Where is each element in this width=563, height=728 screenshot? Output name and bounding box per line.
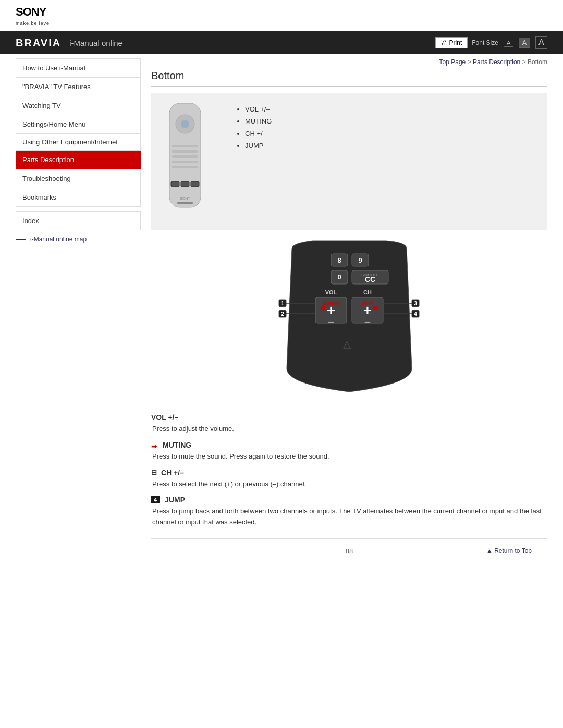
sidebar-item-parts-desc[interactable]: Parts Description <box>16 151 141 169</box>
main-layout: How to Use i-Manual "BRAVIA" TV Features… <box>0 58 563 563</box>
svg-text:CC: CC <box>365 275 375 283</box>
svg-text:1: 1 <box>281 301 284 306</box>
sidebar-item-troubleshooting[interactable]: Troubleshooting <box>16 169 141 188</box>
sidebar-item-bookmarks[interactable]: Bookmarks <box>16 188 141 207</box>
svg-text:−: − <box>364 315 371 328</box>
breadcrumb-top-page[interactable]: Top Page <box>439 58 466 66</box>
font-size-large-button[interactable]: A <box>535 36 547 49</box>
svg-text:2: 2 <box>281 311 284 317</box>
desc-jump-title: 4 JUMP <box>151 496 547 504</box>
svg-rect-8 <box>171 181 179 187</box>
desc-ch-text: Press to select the next (+) or previous… <box>152 479 547 490</box>
jump-badge: 4 <box>151 496 160 503</box>
nav-right: 🖨 Print Font Size A A A <box>435 36 547 49</box>
svg-text:3: 3 <box>414 301 417 306</box>
print-icon: 🖨 <box>441 39 447 46</box>
sidebar: How to Use i-Manual "BRAVIA" TV Features… <box>16 58 141 563</box>
svg-rect-10 <box>191 181 199 187</box>
svg-point-2 <box>181 120 189 128</box>
remote-svg: SONY <box>162 103 209 218</box>
ch-icon: ⊟ <box>151 468 157 476</box>
desc-ch: ⊟ CH +/– Press to select the next (+) or… <box>151 468 547 490</box>
bullet-jump: JUMP <box>245 140 272 152</box>
svg-point-33 <box>373 306 377 310</box>
bullet-list: VOL +/– MUTING CH +/– JUMP <box>245 103 272 152</box>
bravia-logo: BRAVIA <box>16 37 61 49</box>
sidebar-item-how-to-use[interactable]: How to Use i-Manual <box>16 58 141 78</box>
font-size-small-button[interactable]: A <box>504 39 513 47</box>
keypad-diagram: 8 9 SUBTITLE CC 0 VOL CH MUTING + − <box>250 238 448 405</box>
bullet-ch: CH +/– <box>245 128 272 140</box>
desc-muting: MUTING Press to mute the sound. Press ag… <box>151 441 547 462</box>
online-map-label: i-Manual online map <box>30 236 87 243</box>
desc-jump: 4 JUMP Press to jump back and forth betw… <box>151 496 547 528</box>
svg-point-32 <box>321 306 325 310</box>
breadcrumb-parts-description[interactable]: Parts Description <box>473 58 520 66</box>
sidebar-item-index[interactable]: Index <box>16 211 141 230</box>
font-size-medium-button[interactable]: A <box>519 38 530 48</box>
sidebar-item-using-other[interactable]: Using Other Equipment/Internet <box>16 134 141 151</box>
sidebar-item-settings[interactable]: Settings/Home Menu <box>16 115 141 134</box>
desc-jump-text: Press to jump back and forth between two… <box>152 506 547 528</box>
desc-vol: VOL +/– Press to adjust the volume. <box>151 413 547 435</box>
diagram-area: 8 9 SUBTITLE CC 0 VOL CH MUTING + − <box>151 238 547 405</box>
header: SONY make.believe <box>0 0 563 31</box>
svg-rect-6 <box>172 161 198 163</box>
jump-label: JUMP <box>165 496 185 504</box>
page-title: Bottom <box>151 70 547 87</box>
return-to-top-link[interactable]: ▲ Return to Top <box>486 547 532 554</box>
remote-info-container: SONY VOL +/– MUTING CH +/– JUMP <box>151 93 547 230</box>
svg-text:8: 8 <box>337 256 341 264</box>
vol-label: VOL +/– <box>151 413 178 422</box>
svg-text:4: 4 <box>414 311 417 317</box>
muting-label: MUTING <box>163 441 191 449</box>
svg-text:△: △ <box>343 338 351 350</box>
svg-text:SONY: SONY <box>180 196 190 200</box>
desc-vol-title: VOL +/– <box>151 413 547 422</box>
desc-muting-text: Press to mute the sound. Press again to … <box>152 451 547 462</box>
desc-ch-title: ⊟ CH +/– <box>151 468 547 477</box>
svg-text:CH: CH <box>363 289 372 295</box>
breadcrumb-current: Bottom <box>528 58 547 66</box>
svg-rect-7 <box>172 166 198 168</box>
svg-text:−: − <box>328 315 335 328</box>
ch-label: CH +/– <box>161 468 184 477</box>
font-size-label: Font Size <box>472 39 498 46</box>
svg-rect-3 <box>172 145 198 147</box>
desc-muting-title: MUTING <box>151 441 547 449</box>
muting-arrow-icon <box>151 442 160 448</box>
return-to-top-label: Return to Top <box>494 547 532 554</box>
sony-tagline: make.believe <box>16 21 50 26</box>
nav-bar: BRAVIA i-Manual online 🖨 Print Font Size… <box>0 31 563 54</box>
desc-vol-text: Press to adjust the volume. <box>152 424 547 435</box>
sidebar-item-watching-tv[interactable]: Watching TV <box>16 96 141 115</box>
return-to-top-arrow-icon: ▲ <box>486 547 494 554</box>
breadcrumb: Top Page > Parts Description > Bottom <box>151 58 547 66</box>
nav-title: i-Manual online <box>69 39 123 47</box>
map-line-icon <box>16 239 26 240</box>
print-label: Print <box>449 39 462 46</box>
bullet-list-area: VOL +/– MUTING CH +/– JUMP <box>235 103 272 152</box>
svg-text:VOL: VOL <box>325 289 337 295</box>
svg-rect-5 <box>172 155 198 158</box>
content-area: Top Page > Parts Description > Bottom Bo… <box>151 58 547 563</box>
svg-text:9: 9 <box>358 256 362 264</box>
sony-logo: SONY <box>16 5 547 19</box>
svg-rect-12 <box>177 202 193 204</box>
bullet-vol: VOL +/– <box>245 103 272 115</box>
page-number: 88 <box>346 547 353 555</box>
svg-rect-4 <box>172 150 198 153</box>
bottom-bar: 88 ▲ Return to Top <box>151 538 547 563</box>
nav-left: BRAVIA i-Manual online <box>16 37 123 49</box>
bullet-muting: MUTING <box>245 115 272 127</box>
print-button[interactable]: 🖨 Print <box>435 37 468 48</box>
online-map-link[interactable]: i-Manual online map <box>16 236 141 243</box>
remote-image: SONY <box>162 103 224 219</box>
svg-text:0: 0 <box>337 273 341 281</box>
sidebar-item-bravia-tv[interactable]: "BRAVIA" TV Features <box>16 78 141 96</box>
svg-rect-9 <box>181 181 189 187</box>
